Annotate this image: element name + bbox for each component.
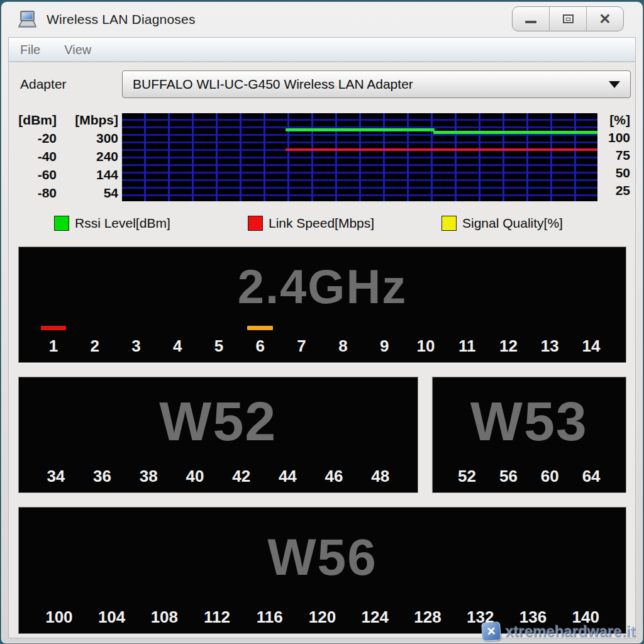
band-panel-w56: W56100104108112116120124128132136140 <box>18 507 626 634</box>
channel-row: 1234567891011121314 <box>19 326 626 363</box>
channel-128: 128 <box>401 607 454 629</box>
channel-number: 10 <box>416 336 435 357</box>
channel-112: 112 <box>191 607 243 629</box>
channel-number: 14 <box>582 336 601 357</box>
axis-tick: 300 <box>60 130 122 148</box>
channel-number: 120 <box>309 607 336 628</box>
app-window: Wireless LAN Diagnoses ✕ FileView Adapte… <box>1 1 643 644</box>
channel-number: 36 <box>93 466 111 487</box>
channel-9: 9 <box>364 326 405 358</box>
adapter-row: Adapter BUFFALO WLI-UC-G450 Wireless LAN… <box>9 70 635 98</box>
axis-unit: [Mbps] <box>60 113 122 130</box>
watermark: ✕ xtremehardware.it <box>482 622 635 641</box>
channel-4: 4 <box>157 326 198 358</box>
channel-number: 6 <box>256 336 265 357</box>
channel-34: 34 <box>33 466 79 488</box>
channel-108: 108 <box>138 607 191 629</box>
axis-tick: 240 <box>60 148 122 166</box>
channel-number: 40 <box>186 466 204 487</box>
chart-legend: Rssi Level[dBm]Link Speed[Mbps]Signal Qu… <box>9 213 635 234</box>
channel-number: 56 <box>499 466 518 487</box>
channel-number: 34 <box>47 466 65 487</box>
band-title: 2.4GHz <box>19 247 626 326</box>
channel-40: 40 <box>172 466 218 488</box>
rssi-line-segment-1 <box>286 128 435 131</box>
channel-3: 3 <box>116 326 157 358</box>
channel-number: 60 <box>541 466 559 487</box>
channel-number: 52 <box>458 466 476 487</box>
close-button[interactable]: ✕ <box>586 7 623 31</box>
maximize-button[interactable] <box>549 7 586 31</box>
channel-56: 56 <box>487 466 529 488</box>
maximize-icon <box>563 14 574 23</box>
band-title: W56 <box>19 508 626 607</box>
axis-unit: [%] <box>597 113 635 130</box>
adapter-label: Adapter <box>20 77 122 92</box>
watermark-text: xtremehardware.it <box>505 623 635 640</box>
legend-item: Link Speed[Mbps] <box>248 216 441 231</box>
channel-number: 116 <box>257 607 283 628</box>
axis-tick: 100 <box>597 130 635 147</box>
channel-10: 10 <box>405 326 447 358</box>
channel-48: 48 <box>357 466 404 488</box>
legend-color-swatch <box>248 216 263 231</box>
channel-60: 60 <box>529 466 570 488</box>
close-icon: ✕ <box>599 12 611 26</box>
channel-124: 124 <box>348 607 401 629</box>
legend-label: Rssi Level[dBm] <box>75 216 170 231</box>
activity-bar <box>247 326 273 330</box>
band-title: W53 <box>433 377 626 466</box>
minimize-icon <box>525 21 536 23</box>
legend-label: Link Speed[Mbps] <box>269 216 374 231</box>
channel-120: 120 <box>296 607 349 629</box>
channel-number: 2 <box>90 336 99 357</box>
axis-tick: 25 <box>597 182 635 200</box>
channel-number: 9 <box>380 336 389 357</box>
legend-item: Rssi Level[dBm] <box>54 216 248 231</box>
title-bar[interactable]: Wireless LAN Diagnoses ✕ <box>1 2 643 37</box>
client-area: FileView Adapter BUFFALO WLI-UC-G450 Wir… <box>8 37 636 638</box>
adapter-combobox[interactable]: BUFFALO WLI-UC-G450 Wireless LAN Adapter <box>122 70 631 98</box>
channel-64: 64 <box>570 466 612 488</box>
channel-row: 3436384042444648 <box>19 466 418 493</box>
channel-row: 52566064 <box>433 466 626 493</box>
bands-row: W523436384042444648 W5352566064 <box>18 377 626 493</box>
channel-number: 8 <box>338 336 347 357</box>
rssi-line-segment-2 <box>433 131 597 134</box>
channel-number: 13 <box>541 336 559 357</box>
axis-tick: 144 <box>60 166 122 184</box>
channel-number: 124 <box>362 607 389 628</box>
adapter-selected-value: BUFFALO WLI-UC-G450 Wireless LAN Adapter <box>133 77 413 92</box>
channel-number: 38 <box>140 466 158 487</box>
menu-item-view[interactable]: View <box>64 43 91 57</box>
xtremehardware-logo-icon: ✕ <box>481 621 501 641</box>
channel-7: 7 <box>281 326 323 358</box>
channel-11: 11 <box>447 326 488 358</box>
axis-tick: 54 <box>60 184 122 203</box>
window-title: Wireless LAN Diagnoses <box>47 12 196 27</box>
channel-6: 6 <box>240 326 281 358</box>
channel-42: 42 <box>218 466 265 488</box>
channel-number: 1 <box>49 336 58 357</box>
channel-12: 12 <box>488 326 530 358</box>
channel-number: 5 <box>214 336 223 357</box>
band-panel-24ghz: 2.4GHz1234567891011121314 <box>18 247 626 363</box>
menu-item-file[interactable]: File <box>20 43 40 57</box>
channel-8: 8 <box>322 326 364 358</box>
channel-100: 100 <box>33 607 86 629</box>
window-controls: ✕ <box>512 6 624 31</box>
axis-tick: -20 <box>9 130 60 148</box>
channel-number: 128 <box>414 607 441 628</box>
activity-bar <box>41 326 67 330</box>
legend-item: Signal Quality[%] <box>441 216 635 231</box>
minimize-button[interactable] <box>513 7 549 31</box>
channel-number: 4 <box>173 336 182 357</box>
axis-tick: -60 <box>9 166 60 184</box>
channel-number: 42 <box>232 466 250 487</box>
laptop-icon <box>16 10 38 29</box>
channel-46: 46 <box>311 466 357 488</box>
channel-number: 7 <box>297 336 306 357</box>
legend-color-swatch <box>441 216 457 231</box>
axis-tick: -40 <box>9 148 60 166</box>
channel-38: 38 <box>125 466 172 488</box>
